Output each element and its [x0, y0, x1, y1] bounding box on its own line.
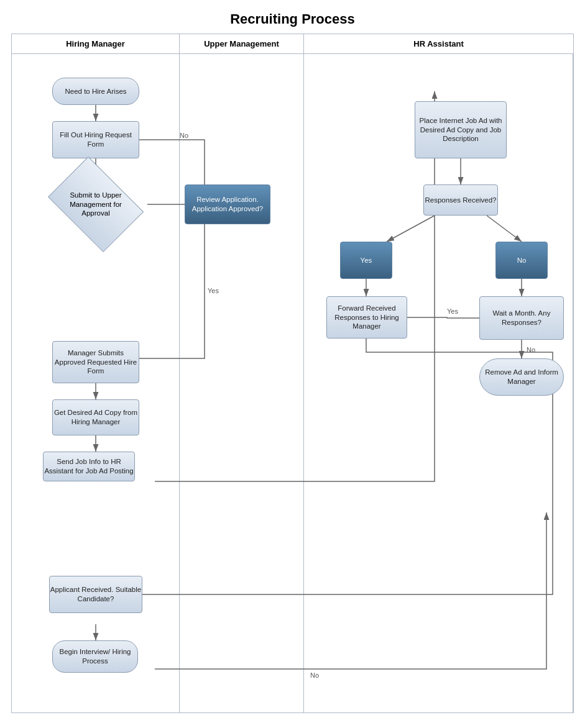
- yes-box-shape: Yes: [340, 242, 392, 279]
- begin-interview-shape: Begin Interview/ Hiring Process: [52, 640, 138, 673]
- manager-submits-shape: Manager Submits Approved Requested Hire …: [52, 341, 139, 383]
- review-app-shape: Review Application. Application Approved…: [185, 184, 270, 224]
- applicant-received-shape: Applicant Received. Suitable Candidate?: [49, 576, 142, 613]
- fill-out-form-shape: Fill Out Hiring Request Form: [52, 121, 139, 158]
- place-internet-shape: Place Internet Job Ad with Desired Ad Co…: [415, 101, 507, 158]
- lane-upper-management: [180, 54, 304, 712]
- submit-upper-diamond: Submit to Upper Management for Approval: [57, 176, 135, 233]
- remove-ad-shape: Remove Ad and Inform Manager: [479, 358, 564, 396]
- lane-header-hiring-manager: Hiring Manager: [12, 34, 180, 53]
- responses-received-shape: Responses Received?: [423, 184, 498, 216]
- send-job-info-shape: Send Job Info to HR Assistant for Job Ad…: [43, 452, 135, 481]
- forward-received-shape: Forward Received Responses to Hiring Man…: [326, 296, 407, 339]
- lanes-body: No Yes Yes: [12, 54, 573, 712]
- lane-header-hr-assistant: HR Assistant: [304, 34, 573, 53]
- no-box-shape: No: [495, 242, 548, 279]
- wait-month-shape: Wait a Month. Any Responses?: [479, 296, 564, 340]
- page-title: Recruiting Process: [0, 0, 585, 34]
- diagram-container: Hiring Manager Upper Management HR Assis…: [11, 34, 574, 713]
- lane-header-upper-management: Upper Management: [180, 34, 304, 53]
- need-to-hire-shape: Need to Hire Arises: [52, 78, 139, 105]
- get-desired-ad-shape: Get Desired Ad Copy from Hiring Manager: [52, 399, 139, 435]
- lane-headers: Hiring Manager Upper Management HR Assis…: [12, 34, 573, 54]
